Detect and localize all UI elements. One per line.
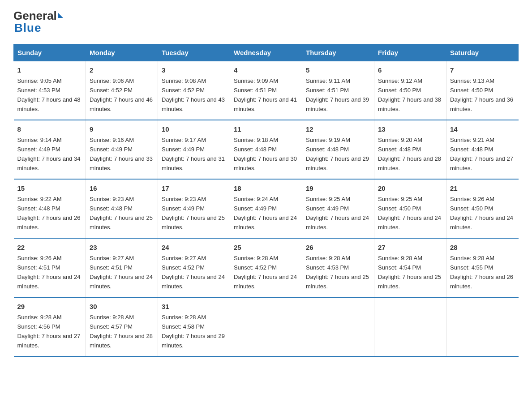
- day-number: 18: [234, 183, 298, 193]
- logo: General Blue: [13, 9, 63, 35]
- day-number: 16: [90, 183, 154, 193]
- calendar-cell: 16Sunrise: 9:23 AMSunset: 4:48 PMDayligh…: [86, 179, 158, 238]
- day-number: 13: [378, 124, 442, 134]
- day-info: Sunrise: 9:28 AMSunset: 4:53 PMDaylight:…: [306, 255, 369, 290]
- calendar-cell: 29Sunrise: 9:28 AMSunset: 4:56 PMDayligh…: [14, 297, 86, 356]
- calendar-cell: 3Sunrise: 9:08 AMSunset: 4:52 PMDaylight…: [158, 61, 230, 120]
- day-info: Sunrise: 9:24 AMSunset: 4:49 PMDaylight:…: [234, 196, 297, 231]
- logo-triangle-icon: [58, 13, 63, 18]
- calendar-cell: 31Sunrise: 9:28 AMSunset: 4:58 PMDayligh…: [158, 297, 230, 356]
- calendar-cell: 10Sunrise: 9:17 AMSunset: 4:49 PMDayligh…: [158, 120, 230, 179]
- calendar-cell: 7Sunrise: 9:13 AMSunset: 4:50 PMDaylight…: [446, 61, 519, 120]
- calendar-header-saturday: Saturday: [446, 44, 519, 61]
- day-info: Sunrise: 9:26 AMSunset: 4:50 PMDaylight:…: [450, 196, 513, 231]
- day-info: Sunrise: 9:25 AMSunset: 4:50 PMDaylight:…: [378, 196, 441, 231]
- day-info: Sunrise: 9:26 AMSunset: 4:51 PMDaylight:…: [17, 255, 81, 290]
- calendar-cell: 17Sunrise: 9:23 AMSunset: 4:49 PMDayligh…: [158, 179, 230, 238]
- calendar-cell: 21Sunrise: 9:26 AMSunset: 4:50 PMDayligh…: [446, 179, 519, 238]
- calendar-cell: 15Sunrise: 9:22 AMSunset: 4:48 PMDayligh…: [14, 179, 86, 238]
- calendar-week-row: 22Sunrise: 9:26 AMSunset: 4:51 PMDayligh…: [14, 238, 519, 297]
- day-info: Sunrise: 9:17 AMSunset: 4:49 PMDaylight:…: [162, 137, 225, 171]
- calendar-cell: 24Sunrise: 9:27 AMSunset: 4:52 PMDayligh…: [158, 238, 230, 297]
- day-number: 2: [90, 65, 154, 75]
- calendar-cell: 28Sunrise: 9:28 AMSunset: 4:55 PMDayligh…: [446, 238, 519, 297]
- day-number: 23: [90, 242, 154, 253]
- day-number: 15: [17, 183, 82, 193]
- calendar-cell: 27Sunrise: 9:28 AMSunset: 4:54 PMDayligh…: [374, 238, 446, 297]
- calendar-header-thursday: Thursday: [302, 44, 374, 61]
- calendar-cell: [302, 297, 374, 356]
- calendar-cell: 23Sunrise: 9:27 AMSunset: 4:51 PMDayligh…: [86, 238, 158, 297]
- day-info: Sunrise: 9:28 AMSunset: 4:55 PMDaylight:…: [450, 255, 513, 290]
- day-number: 6: [378, 65, 442, 75]
- day-number: 19: [306, 183, 370, 193]
- day-number: 14: [450, 124, 515, 134]
- day-info: Sunrise: 9:25 AMSunset: 4:49 PMDaylight:…: [306, 196, 369, 231]
- calendar-cell: 18Sunrise: 9:24 AMSunset: 4:49 PMDayligh…: [230, 179, 302, 238]
- calendar-header-monday: Monday: [86, 44, 158, 61]
- day-info: Sunrise: 9:13 AMSunset: 4:50 PMDaylight:…: [450, 77, 513, 112]
- calendar-cell: 22Sunrise: 9:26 AMSunset: 4:51 PMDayligh…: [14, 238, 86, 297]
- day-info: Sunrise: 9:20 AMSunset: 4:48 PMDaylight:…: [378, 137, 441, 171]
- calendar-cell: [446, 297, 519, 356]
- calendar-cell: 4Sunrise: 9:09 AMSunset: 4:51 PMDaylight…: [230, 61, 302, 120]
- calendar-cell: 2Sunrise: 9:06 AMSunset: 4:52 PMDaylight…: [86, 61, 158, 120]
- calendar-header-sunday: Sunday: [14, 44, 86, 61]
- day-info: Sunrise: 9:28 AMSunset: 4:56 PMDaylight:…: [17, 314, 81, 349]
- day-info: Sunrise: 9:27 AMSunset: 4:52 PMDaylight:…: [162, 255, 225, 290]
- calendar-cell: 19Sunrise: 9:25 AMSunset: 4:49 PMDayligh…: [302, 179, 374, 238]
- day-info: Sunrise: 9:14 AMSunset: 4:49 PMDaylight:…: [17, 137, 81, 171]
- calendar-week-row: 29Sunrise: 9:28 AMSunset: 4:56 PMDayligh…: [14, 297, 519, 356]
- day-info: Sunrise: 9:16 AMSunset: 4:49 PMDaylight:…: [90, 137, 153, 171]
- day-number: 26: [306, 242, 370, 253]
- page-header: General Blue: [13, 9, 519, 35]
- day-info: Sunrise: 9:22 AMSunset: 4:48 PMDaylight:…: [17, 196, 81, 231]
- calendar-cell: 26Sunrise: 9:28 AMSunset: 4:53 PMDayligh…: [302, 238, 374, 297]
- day-number: 11: [234, 124, 298, 134]
- day-number: 29: [17, 301, 82, 312]
- day-info: Sunrise: 9:23 AMSunset: 4:48 PMDaylight:…: [90, 196, 153, 231]
- day-number: 25: [234, 242, 298, 253]
- day-info: Sunrise: 9:27 AMSunset: 4:51 PMDaylight:…: [90, 255, 153, 290]
- day-info: Sunrise: 9:28 AMSunset: 4:52 PMDaylight:…: [234, 255, 297, 290]
- calendar-cell: 8Sunrise: 9:14 AMSunset: 4:49 PMDaylight…: [14, 120, 86, 179]
- day-info: Sunrise: 9:08 AMSunset: 4:52 PMDaylight:…: [162, 77, 225, 112]
- day-number: 28: [450, 242, 515, 253]
- day-number: 8: [17, 124, 82, 134]
- day-number: 27: [378, 242, 442, 253]
- day-info: Sunrise: 9:19 AMSunset: 4:48 PMDaylight:…: [306, 137, 369, 171]
- calendar-header-friday: Friday: [374, 44, 446, 61]
- calendar-cell: 11Sunrise: 9:18 AMSunset: 4:48 PMDayligh…: [230, 120, 302, 179]
- calendar-week-row: 15Sunrise: 9:22 AMSunset: 4:48 PMDayligh…: [14, 179, 519, 238]
- calendar-cell: 5Sunrise: 9:11 AMSunset: 4:51 PMDaylight…: [302, 61, 374, 120]
- calendar-header-row: SundayMondayTuesdayWednesdayThursdayFrid…: [14, 44, 519, 61]
- calendar-cell: 30Sunrise: 9:28 AMSunset: 4:57 PMDayligh…: [86, 297, 158, 356]
- day-info: Sunrise: 9:21 AMSunset: 4:48 PMDaylight:…: [450, 137, 513, 171]
- calendar-header-tuesday: Tuesday: [158, 44, 230, 61]
- calendar-cell: [374, 297, 446, 356]
- day-info: Sunrise: 9:23 AMSunset: 4:49 PMDaylight:…: [162, 196, 225, 231]
- day-info: Sunrise: 9:28 AMSunset: 4:58 PMDaylight:…: [162, 314, 225, 349]
- day-info: Sunrise: 9:06 AMSunset: 4:52 PMDaylight:…: [90, 77, 153, 112]
- calendar-table: SundayMondayTuesdayWednesdayThursdayFrid…: [13, 44, 519, 357]
- day-number: 5: [306, 65, 370, 75]
- day-number: 31: [162, 301, 226, 312]
- day-number: 9: [90, 124, 154, 134]
- calendar-cell: 25Sunrise: 9:28 AMSunset: 4:52 PMDayligh…: [230, 238, 302, 297]
- calendar-cell: 14Sunrise: 9:21 AMSunset: 4:48 PMDayligh…: [446, 120, 519, 179]
- calendar-cell: 9Sunrise: 9:16 AMSunset: 4:49 PMDaylight…: [86, 120, 158, 179]
- calendar-cell: 1Sunrise: 9:05 AMSunset: 4:53 PMDaylight…: [14, 61, 86, 120]
- calendar-header-wednesday: Wednesday: [230, 44, 302, 61]
- day-info: Sunrise: 9:09 AMSunset: 4:51 PMDaylight:…: [234, 77, 297, 112]
- day-info: Sunrise: 9:28 AMSunset: 4:57 PMDaylight:…: [90, 314, 153, 349]
- day-info: Sunrise: 9:12 AMSunset: 4:50 PMDaylight:…: [378, 77, 441, 112]
- day-info: Sunrise: 9:18 AMSunset: 4:48 PMDaylight:…: [234, 137, 297, 171]
- day-number: 22: [17, 242, 82, 253]
- calendar-week-row: 1Sunrise: 9:05 AMSunset: 4:53 PMDaylight…: [14, 61, 519, 120]
- day-info: Sunrise: 9:11 AMSunset: 4:51 PMDaylight:…: [306, 77, 369, 112]
- day-number: 24: [162, 242, 226, 253]
- day-number: 3: [162, 65, 226, 75]
- calendar-cell: 20Sunrise: 9:25 AMSunset: 4:50 PMDayligh…: [374, 179, 446, 238]
- day-number: 20: [378, 183, 442, 193]
- day-number: 1: [17, 65, 82, 75]
